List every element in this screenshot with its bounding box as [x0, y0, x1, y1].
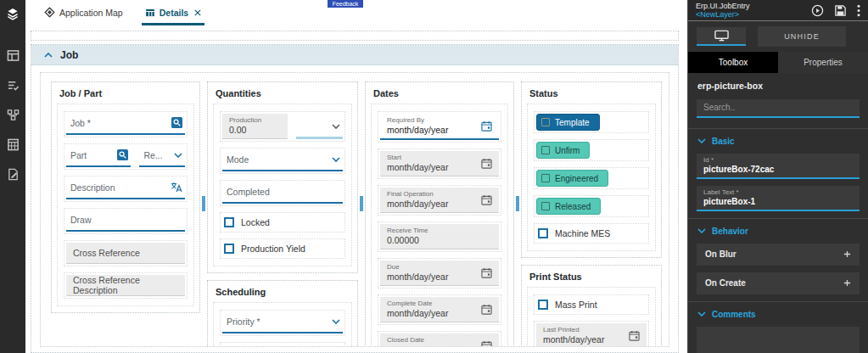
select-field-re[interactable]: Re... — [139, 146, 185, 167]
device-row: UNHIDE — [688, 21, 868, 52]
section-header-comments[interactable]: Comments — [697, 310, 860, 319]
sidebar-item-file-edit[interactable] — [5, 166, 20, 182]
text-field-completed[interactable]: Completed — [222, 182, 343, 204]
chevron-down-icon — [332, 319, 340, 324]
group-dates: DatesRequired Bymonth/day/yearStartmonth… — [365, 81, 514, 347]
date-field-complete-date: Complete Datemonth/day/year — [380, 297, 499, 322]
field-label: Last Printed — [543, 326, 604, 333]
checkbox-mass-print[interactable]: Mass Print — [536, 297, 647, 312]
select-field-blank[interactable] — [296, 118, 343, 139]
disabled-field-cross-reference-description: Cross Reference Description — [66, 275, 185, 296]
save-icon[interactable] — [834, 4, 847, 17]
lookup-icon — [117, 149, 128, 160]
field-value: month/day/year — [387, 125, 448, 135]
group-title: Quantities — [216, 88, 352, 98]
date-field-due: Duemonth/day/year — [380, 261, 499, 286]
sidebar-item-flow[interactable] — [5, 107, 20, 122]
group-title: Scheduling — [216, 287, 352, 297]
form-column-1: Job / PartJob *PartRe...DescriptionDrawC… — [51, 81, 200, 338]
preview-icon[interactable] — [811, 4, 824, 17]
sidebar-item-layers[interactable] — [5, 6, 20, 21]
tab-toolbox[interactable]: Toolbox — [688, 52, 778, 73]
feedback-button[interactable]: Feedback — [328, 0, 363, 8]
status-toggle-engineered[interactable]: Engineered — [536, 170, 608, 187]
job-panel-header[interactable]: Job — [31, 45, 678, 65]
unhide-button[interactable]: UNHIDE — [758, 26, 846, 47]
select-field-priority[interactable]: Priority * — [222, 312, 343, 333]
section-title: Basic — [712, 137, 735, 146]
column-drop-indicator — [202, 196, 205, 211]
sidebar-item-grid[interactable] — [5, 137, 20, 152]
translate-icon — [171, 182, 182, 193]
field-label: Cross Reference — [73, 248, 140, 258]
comments-textarea[interactable] — [697, 327, 860, 353]
field-outline: Receive Time0.00000 — [378, 221, 501, 252]
form-card: Job / PartJob *PartRe...DescriptionDrawC… — [40, 72, 669, 347]
field-text: Duemonth/day/year — [387, 263, 448, 282]
design-canvas: Job Job / PartJob *PartRe...DescriptionD… — [25, 25, 687, 353]
status-toggle-released[interactable]: Released — [536, 198, 601, 215]
field-outline: Closed Datemonth/day/year — [378, 331, 501, 347]
field-value: month/day/year — [387, 199, 448, 209]
event-on-blur[interactable]: On Blur — [697, 244, 860, 266]
field-outline: Duemonth/day/year — [378, 258, 501, 289]
checkbox-box — [538, 228, 548, 238]
checkbox-label: Mass Print — [555, 300, 597, 310]
field-icons — [174, 153, 182, 158]
checkbox-locked[interactable]: Locked — [222, 345, 343, 347]
divider — [688, 128, 868, 129]
status-toggle-template[interactable]: Template — [536, 114, 600, 131]
tab-application-map[interactable]: Application Map — [41, 3, 126, 25]
group-status: StatusTemplateUnfirmEngineeredReleasedMa… — [521, 81, 662, 258]
select-field-mode[interactable]: Mode — [222, 150, 343, 171]
chevron-down-icon — [174, 153, 182, 158]
empty-layout-slot[interactable] — [31, 31, 679, 41]
section-header-basic[interactable]: Basic — [697, 137, 860, 146]
property-id[interactable]: Id *pictureBox-72cac — [697, 154, 860, 179]
text-field-job[interactable]: Job * — [66, 114, 185, 135]
date-field-required-by[interactable]: Required Bymonth/day/year — [380, 114, 499, 140]
field-label: Part — [70, 150, 87, 160]
property-label-text[interactable]: Label Text *pictureBox-1 — [697, 186, 860, 211]
property-search-input[interactable] — [697, 99, 860, 118]
add-icon[interactable] — [843, 250, 851, 258]
field-outline: Production0.00 — [220, 111, 345, 142]
checkbox-label: Locked — [241, 217, 270, 227]
status-toggle-unfirm[interactable]: Unfirm — [536, 142, 590, 159]
checkbox-box — [541, 118, 550, 126]
text-field-description[interactable]: Description — [66, 178, 185, 199]
device-selector[interactable] — [697, 27, 746, 46]
field-value: 0.00 — [229, 125, 261, 135]
field-icons — [332, 319, 340, 324]
kebab-menu-icon[interactable] — [857, 4, 860, 17]
checkbox-box — [224, 244, 234, 254]
layer-name[interactable]: <NewLayer> — [696, 10, 750, 19]
date-field-final-operation: Final Operationmonth/day/year — [380, 188, 499, 213]
field-value: 0.00000 — [387, 235, 428, 245]
event-on-create[interactable]: On Create — [697, 272, 860, 294]
tab-properties[interactable]: Properties — [778, 52, 868, 73]
checkbox-locked[interactable]: Locked — [222, 215, 343, 230]
section-header-behavior[interactable]: Behavior — [697, 227, 860, 236]
text-field-draw[interactable]: Draw — [66, 210, 185, 232]
field-outline: Locked — [220, 212, 345, 233]
checkbox-box — [541, 146, 550, 154]
field-label: Mode — [227, 154, 249, 165]
close-icon[interactable] — [194, 9, 201, 16]
sidebar-item-form-check[interactable] — [5, 77, 20, 92]
rp-sections: BasicId *pictureBox-72cacLabel Text *pic… — [697, 128, 860, 353]
lookup-icon — [171, 117, 182, 128]
field-outline: Priority * — [220, 310, 345, 336]
tab-details[interactable]: Details — [142, 3, 204, 25]
add-icon[interactable] — [843, 279, 851, 287]
text-field-part[interactable]: Part — [66, 146, 131, 167]
field-outline: PartRe... — [64, 143, 188, 170]
checkbox-production-yield[interactable]: Production Yield — [222, 241, 343, 256]
field-value: month/day/year — [387, 345, 448, 347]
right-panel-tabs: Toolbox Properties — [688, 52, 868, 73]
section-title: Comments — [712, 310, 756, 319]
field-outline: Cross Reference — [64, 240, 188, 266]
checkbox-machine-mes[interactable]: Machine MES — [536, 226, 647, 241]
sidebar-item-layout[interactable] — [5, 48, 20, 63]
event-label: On Blur — [705, 249, 736, 259]
